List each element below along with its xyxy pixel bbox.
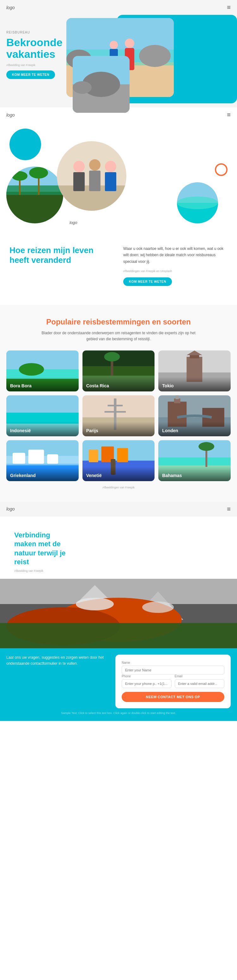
tropical-svg (6, 167, 63, 223)
section2-content: Hoe reizen mijn leven heeft veranderd Wa… (0, 239, 237, 292)
svg-point-5 (125, 38, 134, 48)
contact-form: Name Phone Email NEEM CONTACT MET (115, 655, 231, 708)
nature-img-credit: Afbeelding van Freepik (14, 569, 71, 573)
svg-rect-14 (6, 192, 63, 223)
hero-text: REISBUREAU Bekroonde vakanties Afbeeldin… (6, 21, 76, 79)
section4-top: Verbinding maken met de natuur terwijl j… (0, 517, 237, 579)
destinations-title: Populaire reisbestemmingen en soorten (6, 318, 231, 326)
svg-rect-62 (13, 453, 25, 464)
section2-right: Waar u ook naartoe wilt, hoe u er ook wi… (123, 245, 227, 286)
destinations-grid: Bora Bora Costa Rica Tokio Indonesië Par… (6, 350, 231, 481)
phone-email-row: Phone Email (122, 675, 224, 688)
hero-section: logo ≡ REISBUREAU Bekroonde vakanties Af… (0, 0, 237, 107)
section2-left: Hoe reizen mijn leven heeft veranderd (10, 245, 114, 286)
teal-circle-decoration (10, 129, 41, 160)
form-left-text-area: Laat ons uw vragen, suggesties en zorgen… (6, 655, 109, 670)
menu-icon-4[interactable]: ≡ (227, 506, 231, 513)
sea-svg (177, 182, 218, 223)
svg-rect-67 (89, 450, 98, 462)
svg-point-17 (12, 171, 27, 181)
contact-button[interactable]: NEEM CONTACT MET ONS OP (122, 692, 224, 702)
name-label: Name (122, 661, 224, 664)
hero-title: Bekroonde vakanties (6, 37, 76, 60)
circle-image-sea (177, 182, 218, 223)
svg-point-75 (199, 442, 215, 451)
svg-rect-15 (6, 185, 63, 195)
logo-2: logo (6, 113, 14, 118)
travel-section: logo ≡ (0, 107, 237, 305)
menu-icon-2[interactable]: ≡ (227, 111, 231, 118)
dest-card-label: Londen (158, 422, 231, 436)
hero-secondary-image (73, 56, 130, 113)
destination-card[interactable]: Bora Bora (6, 350, 79, 391)
svg-point-34 (19, 363, 44, 375)
destination-card[interactable]: Indonesië (6, 395, 79, 436)
destination-card[interactable]: Costa Rica (83, 350, 155, 391)
email-label: Email (175, 675, 225, 678)
phone-input[interactable] (122, 679, 172, 688)
svg-rect-52 (104, 411, 126, 413)
svg-point-19 (29, 167, 48, 178)
svg-point-30 (177, 197, 218, 209)
name-field-group: Name (122, 661, 224, 675)
menu-icon-1[interactable]: ≡ (227, 4, 231, 11)
destination-card[interactable]: Tokio (158, 350, 231, 391)
svg-rect-27 (105, 172, 116, 191)
dest-card-label: Indonesië (6, 422, 79, 436)
svg-point-24 (89, 159, 100, 170)
circle-image-group (57, 141, 126, 211)
circle-image-tropical (6, 167, 63, 223)
hero-img-credit: Afbeelding van Freepik (6, 64, 76, 67)
email-input[interactable] (175, 679, 225, 688)
phone-field-group: Phone (122, 675, 172, 688)
logo-4: logo (6, 506, 14, 511)
svg-point-12 (73, 81, 92, 94)
circle-logo: logo (70, 220, 78, 225)
name-input[interactable] (122, 666, 224, 675)
svg-rect-64 (47, 454, 58, 464)
dest-card-label: Griekenland (6, 467, 79, 481)
hero-rocks-svg (73, 56, 130, 113)
svg-rect-69 (117, 448, 128, 462)
dest-card-label: Bahamas (158, 467, 231, 481)
section2-credits: Afbeeldingen van Freepik en Unsplash (123, 269, 227, 273)
section2-text: Waar u ook naartoe wilt, hoe u er ook wi… (123, 245, 227, 265)
logo-1: logo (6, 5, 14, 10)
nature-svg (0, 579, 237, 648)
email-field-group: Email (175, 675, 225, 688)
sample-text: Sample Text: Click to select this text b… (6, 711, 231, 714)
destinations-section: Populaire reisbestemmingen en soorten Bl… (0, 305, 237, 501)
destination-card[interactable]: Bahamas (158, 440, 231, 481)
destinations-subtitle: Blader door de onderstaande onderwerpen … (40, 330, 197, 342)
nature-section: logo ≡ Verbinding maken met de natuur te… (0, 502, 237, 721)
nature-image (0, 579, 237, 648)
svg-rect-82 (0, 623, 237, 648)
hero-images (73, 15, 237, 110)
nature-title: Verbinding maken met de natuur terwijl j… (14, 531, 71, 567)
destination-card[interactable]: Londen (158, 395, 231, 436)
dest-card-label: Tokio (158, 377, 231, 391)
svg-point-22 (73, 161, 85, 172)
svg-rect-56 (174, 398, 180, 403)
circles-area: logo (0, 126, 237, 239)
svg-rect-63 (29, 450, 44, 464)
dest-card-label: Costa Rica (83, 377, 155, 391)
orange-circle-decoration (215, 163, 227, 176)
dest-card-label: Bora Bora (6, 377, 79, 391)
destination-card[interactable]: Parijs (83, 395, 155, 436)
hero-cta-button[interactable]: KOM MEER TE WETEN (6, 70, 55, 79)
svg-point-83 (76, 598, 114, 610)
nav-1: logo ≡ (0, 0, 237, 15)
svg-rect-51 (107, 405, 122, 406)
section2-cta-button[interactable]: KOM MEER TE WETEN (123, 277, 172, 286)
destination-card[interactable]: Venetië (83, 440, 155, 481)
phone-label: Phone (122, 675, 172, 678)
svg-rect-23 (73, 172, 85, 191)
destination-card[interactable]: Griekenland (6, 440, 79, 481)
svg-point-7 (110, 41, 118, 49)
svg-rect-57 (176, 395, 179, 399)
section2-title: Hoe reizen mijn leven heeft veranderd (10, 245, 114, 265)
nature-text-box: Verbinding maken met de natuur terwijl j… (8, 525, 78, 579)
form-left-text: Laat ons uw vragen, suggesties en zorgen… (6, 655, 109, 667)
svg-point-26 (105, 161, 116, 172)
